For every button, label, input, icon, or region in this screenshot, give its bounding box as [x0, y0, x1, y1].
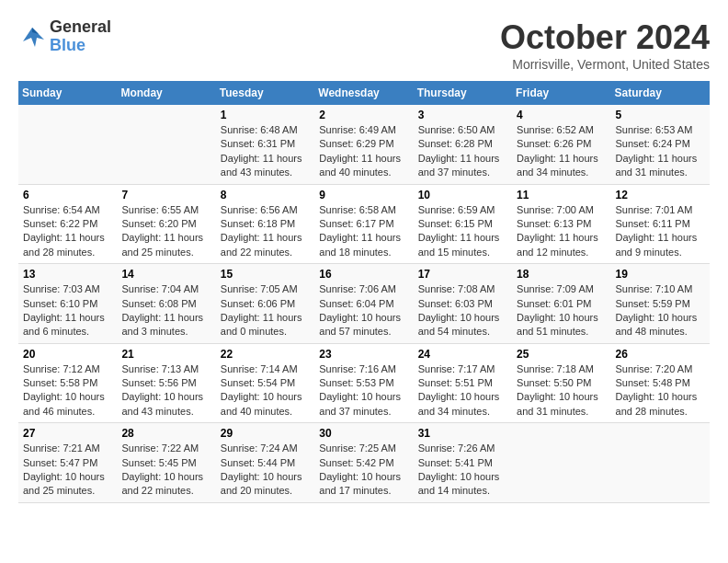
day-number: 19 [616, 268, 705, 281]
day-number: 8 [221, 189, 310, 201]
day-info: Sunrise: 7:04 AMSunset: 6:08 PMDaylight:… [121, 282, 210, 339]
weekday-header: Saturday [611, 81, 710, 105]
calendar-cell: 14Sunrise: 7:04 AMSunset: 6:08 PMDayligh… [117, 264, 215, 344]
logo-text: General Blue [50, 18, 111, 55]
page-header: General Blue October 2024 Morrisville, V… [18, 18, 710, 72]
calendar-cell [512, 423, 610, 503]
calendar-cell: 29Sunrise: 7:24 AMSunset: 5:44 PMDayligh… [216, 423, 314, 503]
day-number: 15 [221, 268, 310, 281]
day-number: 14 [121, 268, 210, 281]
calendar-cell: 24Sunrise: 7:17 AMSunset: 5:51 PMDayligh… [414, 343, 512, 423]
day-info: Sunrise: 7:14 AMSunset: 5:54 PMDaylight:… [221, 362, 310, 419]
day-number: 26 [616, 348, 705, 361]
calendar-cell: 28Sunrise: 7:22 AMSunset: 5:45 PMDayligh… [117, 423, 215, 503]
day-number: 25 [517, 348, 606, 361]
day-info: Sunrise: 7:25 AMSunset: 5:42 PMDaylight:… [319, 442, 408, 499]
calendar-cell: 5Sunrise: 6:53 AMSunset: 6:24 PMDaylight… [611, 105, 710, 184]
weekday-header: Monday [117, 81, 215, 105]
day-info: Sunrise: 6:59 AMSunset: 6:15 PMDaylight:… [418, 203, 507, 260]
calendar-cell: 12Sunrise: 7:01 AMSunset: 6:11 PMDayligh… [611, 184, 710, 264]
day-number: 29 [221, 427, 310, 440]
calendar-cell: 6Sunrise: 6:54 AMSunset: 6:22 PMDaylight… [18, 184, 117, 264]
calendar-week-row: 1Sunrise: 6:48 AMSunset: 6:31 PMDaylight… [18, 105, 710, 184]
calendar-week-row: 20Sunrise: 7:12 AMSunset: 5:58 PMDayligh… [18, 343, 710, 423]
day-number: 1 [221, 109, 310, 121]
calendar-cell: 1Sunrise: 6:48 AMSunset: 6:31 PMDaylight… [216, 105, 314, 184]
day-number: 16 [319, 268, 408, 281]
day-number: 20 [23, 348, 112, 361]
day-number: 9 [319, 189, 408, 201]
calendar-cell: 16Sunrise: 7:06 AMSunset: 6:04 PMDayligh… [314, 264, 413, 344]
day-number: 10 [418, 189, 507, 201]
calendar-cell: 10Sunrise: 6:59 AMSunset: 6:15 PMDayligh… [414, 184, 512, 264]
calendar-cell: 2Sunrise: 6:49 AMSunset: 6:29 PMDaylight… [314, 105, 413, 184]
day-info: Sunrise: 6:54 AMSunset: 6:22 PMDaylight:… [23, 203, 112, 260]
calendar-cell: 17Sunrise: 7:08 AMSunset: 6:03 PMDayligh… [414, 264, 512, 344]
day-info: Sunrise: 7:05 AMSunset: 6:06 PMDaylight:… [221, 282, 310, 339]
logo-icon [18, 23, 46, 51]
day-info: Sunrise: 7:12 AMSunset: 5:58 PMDaylight:… [23, 362, 112, 419]
day-info: Sunrise: 7:20 AMSunset: 5:48 PMDaylight:… [616, 362, 705, 419]
day-info: Sunrise: 6:55 AMSunset: 6:20 PMDaylight:… [121, 203, 210, 260]
calendar-cell: 21Sunrise: 7:13 AMSunset: 5:56 PMDayligh… [117, 343, 215, 423]
day-info: Sunrise: 7:22 AMSunset: 5:45 PMDaylight:… [121, 442, 210, 499]
calendar-cell: 11Sunrise: 7:00 AMSunset: 6:13 PMDayligh… [512, 184, 610, 264]
day-info: Sunrise: 7:00 AMSunset: 6:13 PMDaylight:… [517, 203, 606, 260]
day-number: 5 [616, 109, 705, 121]
day-info: Sunrise: 6:50 AMSunset: 6:28 PMDaylight:… [418, 123, 507, 180]
weekday-header: Tuesday [216, 81, 314, 105]
day-info: Sunrise: 7:10 AMSunset: 5:59 PMDaylight:… [616, 282, 705, 339]
calendar-week-row: 6Sunrise: 6:54 AMSunset: 6:22 PMDaylight… [18, 184, 710, 264]
day-info: Sunrise: 7:24 AMSunset: 5:44 PMDaylight:… [221, 442, 310, 499]
day-number: 18 [517, 268, 606, 281]
location: Morrisville, Vermont, United States [500, 57, 710, 72]
weekday-header: Friday [512, 81, 610, 105]
calendar-cell: 31Sunrise: 7:26 AMSunset: 5:41 PMDayligh… [414, 423, 512, 503]
day-info: Sunrise: 7:13 AMSunset: 5:56 PMDaylight:… [121, 362, 210, 419]
day-number: 4 [517, 109, 606, 121]
day-info: Sunrise: 7:18 AMSunset: 5:50 PMDaylight:… [517, 362, 606, 419]
day-number: 30 [319, 427, 408, 440]
day-number: 2 [319, 109, 408, 121]
day-info: Sunrise: 6:58 AMSunset: 6:17 PMDaylight:… [319, 203, 408, 260]
calendar-cell: 3Sunrise: 6:50 AMSunset: 6:28 PMDaylight… [414, 105, 512, 184]
calendar-cell [18, 105, 117, 184]
calendar-table: SundayMondayTuesdayWednesdayThursdayFrid… [18, 81, 710, 503]
calendar-cell: 19Sunrise: 7:10 AMSunset: 5:59 PMDayligh… [611, 264, 710, 344]
calendar-cell: 4Sunrise: 6:52 AMSunset: 6:26 PMDaylight… [512, 105, 610, 184]
day-info: Sunrise: 6:53 AMSunset: 6:24 PMDaylight:… [616, 123, 705, 180]
day-info: Sunrise: 7:09 AMSunset: 6:01 PMDaylight:… [517, 282, 606, 339]
day-number: 11 [517, 189, 606, 201]
day-number: 22 [221, 348, 310, 361]
calendar-cell: 22Sunrise: 7:14 AMSunset: 5:54 PMDayligh… [216, 343, 314, 423]
calendar-cell: 30Sunrise: 7:25 AMSunset: 5:42 PMDayligh… [314, 423, 413, 503]
day-info: Sunrise: 7:01 AMSunset: 6:11 PMDaylight:… [616, 203, 705, 260]
calendar-cell [117, 105, 215, 184]
day-number: 3 [418, 109, 507, 121]
calendar-week-row: 13Sunrise: 7:03 AMSunset: 6:10 PMDayligh… [18, 264, 710, 344]
day-info: Sunrise: 6:48 AMSunset: 6:31 PMDaylight:… [221, 123, 310, 180]
calendar-cell: 23Sunrise: 7:16 AMSunset: 5:53 PMDayligh… [314, 343, 413, 423]
day-info: Sunrise: 7:26 AMSunset: 5:41 PMDaylight:… [418, 442, 507, 499]
day-info: Sunrise: 7:03 AMSunset: 6:10 PMDaylight:… [23, 282, 112, 339]
day-number: 21 [121, 348, 210, 361]
day-number: 28 [121, 427, 210, 440]
day-info: Sunrise: 7:21 AMSunset: 5:47 PMDaylight:… [23, 442, 112, 499]
calendar-cell [611, 423, 710, 503]
month-title: October 2024 [500, 18, 710, 57]
day-number: 13 [23, 268, 112, 281]
day-number: 24 [418, 348, 507, 361]
day-number: 23 [319, 348, 408, 361]
calendar-cell: 18Sunrise: 7:09 AMSunset: 6:01 PMDayligh… [512, 264, 610, 344]
weekday-header-row: SundayMondayTuesdayWednesdayThursdayFrid… [18, 81, 710, 105]
weekday-header: Thursday [414, 81, 512, 105]
day-info: Sunrise: 7:08 AMSunset: 6:03 PMDaylight:… [418, 282, 507, 339]
calendar-cell: 15Sunrise: 7:05 AMSunset: 6:06 PMDayligh… [216, 264, 314, 344]
calendar-cell: 26Sunrise: 7:20 AMSunset: 5:48 PMDayligh… [611, 343, 710, 423]
calendar-cell: 20Sunrise: 7:12 AMSunset: 5:58 PMDayligh… [18, 343, 117, 423]
day-info: Sunrise: 6:56 AMSunset: 6:18 PMDaylight:… [221, 203, 310, 260]
logo: General Blue [18, 18, 111, 55]
day-info: Sunrise: 7:06 AMSunset: 6:04 PMDaylight:… [319, 282, 408, 339]
day-number: 31 [418, 427, 507, 440]
day-info: Sunrise: 6:52 AMSunset: 6:26 PMDaylight:… [517, 123, 606, 180]
